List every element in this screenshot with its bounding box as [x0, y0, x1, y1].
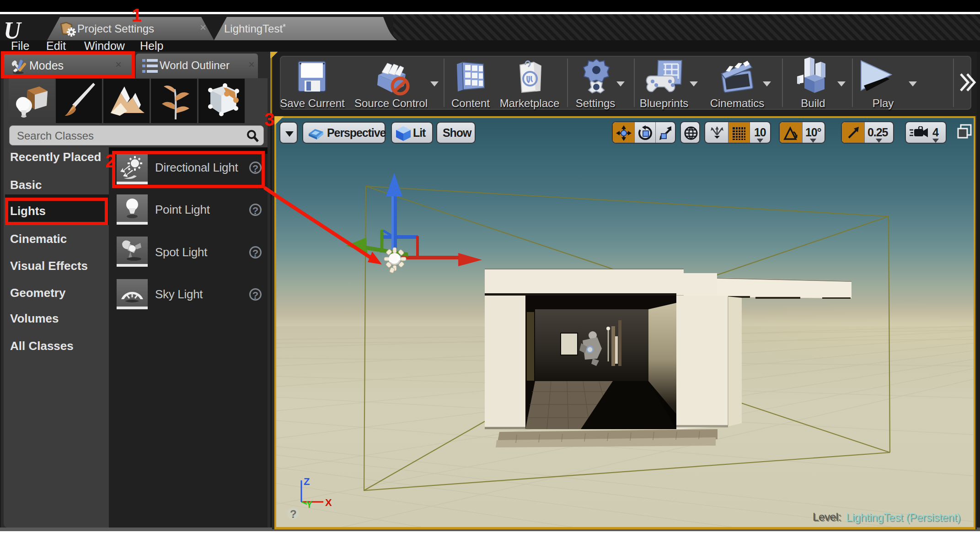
svg-text:Z: Z: [304, 476, 310, 487]
svg-text:Level:: Level:: [813, 511, 841, 523]
svg-text:X: X: [325, 497, 332, 508]
svg-text:LightingTest (Persistent): LightingTest (Persistent): [846, 511, 960, 523]
svg-text:?: ?: [290, 508, 297, 520]
svg-text:Y: Y: [306, 499, 313, 510]
